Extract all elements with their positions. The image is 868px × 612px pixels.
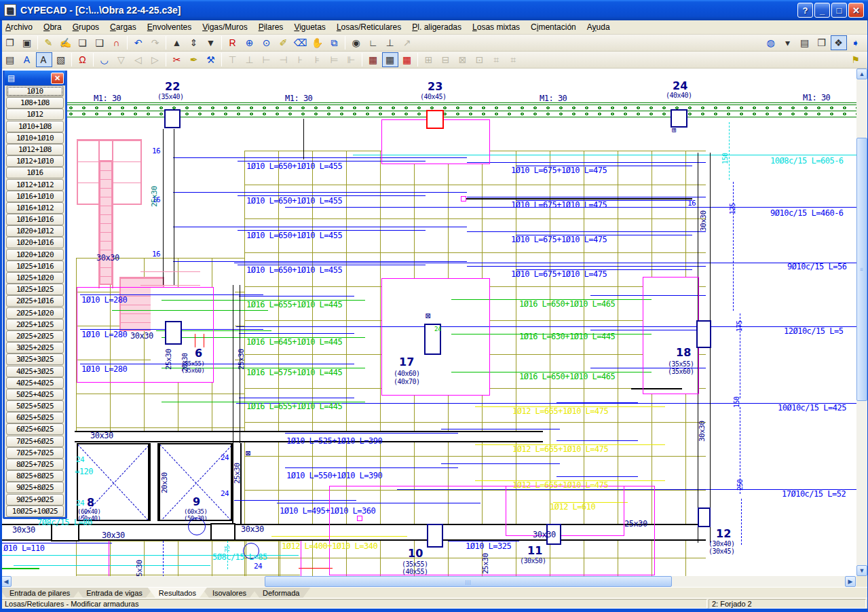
rebar-option-button[interactable]: 2Ø25+1Ø20 [6,307,64,319]
rebar-option-button[interactable]: 1Ø20+1Ø12 [6,225,64,237]
search-binoculars-icon[interactable]: ◉ [348,35,364,50]
minimize-button[interactable]: _ [814,3,830,18]
text-style-icon[interactable]: A [19,52,35,67]
palette-title-bar[interactable]: ▤ ✕ [5,71,65,85]
rebar-option-button[interactable]: 4Ø25+4Ø25 [6,377,64,389]
regenerate-icon[interactable]: R [225,35,241,50]
rebar-option-button[interactable]: 1Ø25+1Ø16 [6,261,64,272]
rebar-option-button[interactable]: 9Ø25+9Ø25 [6,494,64,505]
title-bar[interactable]: ▤ CYPECAD - [C:\...\Obra 22-4-25.c3e] ? … [0,0,868,20]
view-rebar-grid-icon[interactable]: ▦ [365,52,381,67]
rebar-option-button[interactable]: 1Ø12+1Ø12 [6,179,64,191]
edit-rebar-pen-icon[interactable]: ✒ [186,52,202,67]
view-config-icon[interactable]: ⚑ [848,52,864,67]
mesh-tool-icon[interactable]: ⚒ [203,52,219,67]
view-red-grid-icon[interactable]: ▦ [399,52,415,67]
tab-resultados[interactable]: Resultados [148,588,207,598]
scroll-up-arrow[interactable]: ▲ [856,69,867,79]
rebar-option-button[interactable]: 6Ø25+6Ø25 [6,423,64,435]
vertical-scroll-thumb[interactable]: ≡ [856,138,867,401]
scroll-down-arrow[interactable]: ▼ [856,565,867,576]
menu-vigas-muros[interactable]: Vigas/Muros [197,21,252,33]
zoom-window-icon[interactable]: ⊕ [242,35,258,50]
rebar-option-button[interactable]: 2Ø25+1Ø25 [6,319,64,330]
palette-close-button[interactable]: ✕ [51,73,64,84]
rebar-option-button[interactable]: 1Ø12+1Ø8 [6,144,64,155]
menu-obra[interactable]: Obra [38,21,67,33]
tab-isovalores[interactable]: Isovalores [202,588,257,598]
edit-templates-icon[interactable]: ▤ [2,52,18,67]
menu-envolventes[interactable]: Envolventes [142,21,197,33]
rebar-option-button[interactable]: 8Ø25+8Ø25 [6,470,64,482]
rebar-option-button[interactable]: 1Ø10+1Ø8 [6,121,64,132]
rebar-option-button[interactable]: 1Ø16+1Ø10 [6,191,64,202]
rebar-option-button[interactable]: 3Ø25+2Ø25 [6,342,64,353]
rebar-palette[interactable]: ▤ ✕ 1Ø101Ø8+1Ø81Ø121Ø10+1Ø81Ø10+1Ø101Ø12… [3,71,67,519]
rebar-option-button[interactable]: 1Ø12+1Ø10 [6,155,64,167]
exit-view-icon[interactable]: ➧ [848,35,864,50]
orthogonal-icon[interactable]: ⊥ [382,35,398,50]
rebar-option-button[interactable]: 4Ø25+3Ø25 [6,366,64,377]
cad-canvas[interactable]: M1: 30M1: 30M1: 30M1: 3022(35x40)23(40x4… [2,69,856,576]
rebar-option-button[interactable]: 1Ø20+1Ø16 [6,237,64,248]
import-dxf-icon[interactable]: ❏ [75,35,91,50]
close-button[interactable]: ✕ [848,3,864,18]
rebar-option-button[interactable]: 5Ø25+4Ø25 [6,389,64,400]
group-up-icon[interactable]: ▲ [169,35,185,50]
menu-grupos[interactable]: Grupos [67,21,105,33]
beam-alert-icon[interactable]: Ω [75,52,91,67]
rebar-option-button[interactable]: 9Ø25+8Ø25 [6,482,64,493]
undo-icon[interactable]: ↶ [130,35,147,50]
current-floor-indicator[interactable]: 2: Forjado 2 [709,599,866,609]
rebar-option-button[interactable]: 2Ø25+2Ø25 [6,330,64,342]
maximize-button[interactable]: □ [831,3,847,18]
select-tool-icon[interactable]: ✍ [58,35,74,50]
rebar-option-button[interactable]: 1Ø8+1Ø8 [6,97,64,109]
menu-losas-mixtas[interactable]: Losas mixtas [467,21,525,33]
view-mesh-grid-icon[interactable]: ▦ [382,52,398,67]
menu-archivo[interactable]: Archivo [0,21,38,33]
save-icon[interactable]: ▣ [19,35,35,50]
export-package-icon[interactable]: ❒ [814,35,830,50]
group-span-icon[interactable]: ⇕ [186,35,202,50]
menu-pl-aligeradas[interactable]: Pl. aligeradas [407,21,467,33]
rebar-option-button[interactable]: 1Ø10+1Ø10 [6,132,64,144]
menu-losas-reticulares[interactable]: Losas/Reticulares [331,21,407,33]
snap-magnet-icon[interactable]: ∩ [109,35,125,50]
text-labels-icon[interactable]: Ꭺ [36,52,52,67]
tab-deformada[interactable]: Deformada [252,588,310,598]
edit-dxf-dwg-icon[interactable]: ❑ [92,35,108,50]
rebar-option-button[interactable]: 1Ø10 [6,85,64,97]
menu-cimentaci-n[interactable]: Cimentación [525,21,582,33]
rebar-option-button[interactable]: 8Ø25+7Ø25 [6,459,64,470]
rebar-option-button[interactable]: 1Ø20+1Ø20 [6,249,64,261]
rebar-option-button[interactable]: 5Ø25+5Ø25 [6,400,64,412]
rebar-option-button[interactable]: 1Ø16+1Ø16 [6,214,64,225]
horizontal-scrollbar[interactable]: ◀ ||| ▶ [0,576,856,587]
window-layout-icon[interactable]: ❖ [831,35,847,50]
scroll-right-arrow[interactable]: ▶ [845,576,856,587]
rebar-option-button[interactable]: 7Ø25+7Ø25 [6,447,64,459]
redraw-pencil-icon[interactable]: ✐ [276,35,292,50]
menu-ayuda[interactable]: Ayuda [582,21,616,33]
help-button[interactable]: ? [797,3,813,18]
pan-hand-icon[interactable]: ✋ [309,35,326,50]
rebar-option-button[interactable]: 3Ø25+3Ø25 [6,353,64,365]
rebar-option-button[interactable]: 6Ø25+5Ø25 [6,412,64,423]
menu-cargas[interactable]: Cargas [105,21,142,33]
rebar-option-button[interactable]: 7Ø25+6Ø25 [6,436,64,447]
rebar-option-button[interactable]: 1Ø16 [6,167,64,178]
rebar-option-button[interactable]: 2Ø25+1Ø16 [6,295,64,307]
view-3d-icon[interactable]: ▧ [53,52,69,67]
scroll-left-arrow[interactable]: ◀ [1,576,12,587]
rebar-option-button[interactable]: 1Ø25+1Ø25 [6,284,64,295]
rebar-option-button[interactable]: 10Ø25+10Ø25 [6,505,64,517]
tab-entrada-de-vigas[interactable]: Entrada de vigas [75,588,153,598]
render-dropdown-icon[interactable]: ▾ [780,35,796,50]
open-file-icon[interactable]: ❐ [2,35,18,50]
coordinate-axes-icon[interactable]: ∟ [365,35,381,50]
menu-pilares[interactable]: Pilares [253,21,289,33]
horizontal-scroll-thumb[interactable]: ||| [265,576,672,587]
erase-icon[interactable]: ⌫ [293,35,309,50]
vertical-scrollbar[interactable]: ▲ ≡ ▼ [856,69,867,576]
